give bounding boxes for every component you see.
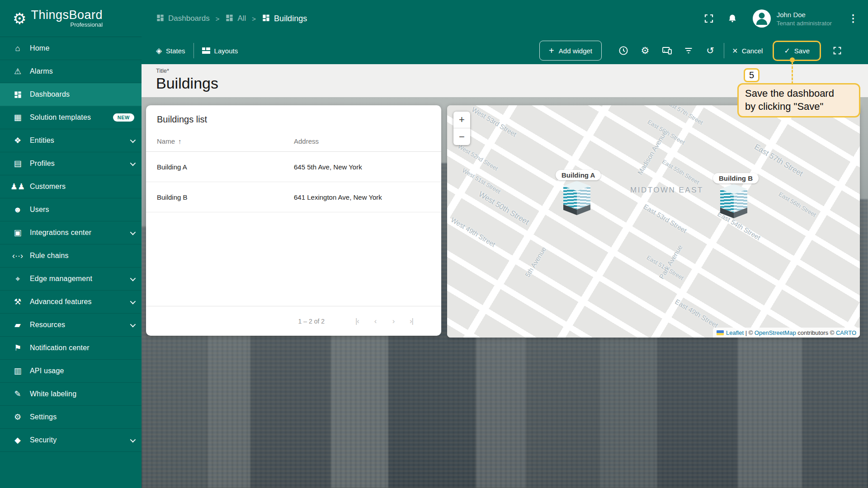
annotation-tooltip: Save the dashboard by clicking "Save"	[737, 83, 860, 117]
user-info: John Doe Tenant administrator	[777, 11, 832, 27]
toolbar-divider	[724, 43, 724, 58]
breadcrumb-item-buildings[interactable]: Buildings	[262, 14, 307, 24]
sort-ascending-icon: ↑	[178, 137, 182, 145]
edge-antenna-icon: ⌖	[12, 274, 24, 284]
sidebar-item-users[interactable]: ☻Users	[0, 198, 142, 221]
white-labeling-icon: ✎	[12, 389, 24, 399]
breadcrumb-label: Dashboards	[168, 14, 210, 23]
states-button[interactable]: ◈ States	[156, 47, 185, 55]
building-a-marker-icon[interactable]	[563, 181, 590, 215]
chevron-down-icon	[130, 275, 136, 281]
more-menu-kebab-icon[interactable]: ⋮	[848, 13, 858, 24]
sidebar-item-label: Resources	[30, 321, 65, 329]
thingsboard-app-window: { "app": { "name": "ThingsBoard", "editi…	[0, 0, 868, 488]
user-name: John Doe	[777, 11, 832, 19]
thingsboard-logo[interactable]: ⚙ ThingsBoard Professional	[0, 0, 142, 37]
cell-building-name: Building A	[157, 163, 294, 171]
sidebar-item-label: Dashboards	[30, 90, 70, 99]
sidebar-item-api-usage[interactable]: ▥API usage	[0, 360, 142, 383]
map-zoom-control: + −	[453, 112, 470, 145]
sidebar-item-label: Entities	[30, 136, 54, 145]
app-name: ThingsBoard	[31, 9, 103, 21]
thingsboard-logo-icon: ⚙	[13, 11, 26, 26]
fullscreen-icon[interactable]	[702, 12, 716, 25]
sidebar-item-advanced-features[interactable]: ⚒Advanced features	[0, 291, 142, 314]
user-role: Tenant administrator	[777, 20, 832, 27]
cell-building-address: 645 5th Ave, New York	[294, 163, 430, 171]
chevron-down-icon	[130, 229, 136, 235]
solution-templates-icon: ▦	[12, 113, 24, 122]
sidebar-item-entities[interactable]: ❖Entities	[0, 129, 142, 152]
column-header-name[interactable]: Name ↑	[157, 137, 294, 145]
table-row-building-b[interactable]: Building B641 Lexington Ave, New York	[146, 182, 441, 212]
sidebar-item-settings[interactable]: ⚙Settings	[0, 406, 142, 429]
add-widget-label: Add widget	[559, 47, 592, 55]
sidebar-item-profiles[interactable]: ▤Profiles	[0, 152, 142, 175]
entity-filter-icon[interactable]	[683, 45, 694, 56]
manage-layouts-devices-icon[interactable]	[661, 45, 673, 56]
user-avatar[interactable]	[753, 9, 771, 28]
zoom-out-button[interactable]: −	[453, 128, 470, 145]
sidebar-item-dashboards[interactable]: Dashboards	[0, 83, 142, 106]
annotation-anchor-dot	[790, 57, 795, 62]
sidebar-item-customers[interactable]: ♟♟Customers	[0, 175, 142, 198]
sidebar-item-alarms[interactable]: ⚠Alarms	[0, 60, 142, 83]
breadcrumb-item-dashboards[interactable]: Dashboards	[156, 14, 210, 24]
alarm-warning-icon: ⚠	[12, 66, 24, 76]
chevron-down-icon	[130, 436, 136, 442]
map-street-grid[interactable]	[447, 105, 860, 338]
sidebar-item-home[interactable]: ⌂Home	[0, 37, 142, 60]
openstreetmap-link[interactable]: OpenStreetMap	[755, 329, 796, 336]
cancel-label: Cancel	[742, 47, 763, 55]
time-window-clock-icon[interactable]	[618, 45, 629, 56]
table-pagination: 1 – 2 of 2 |‹‹››|	[146, 306, 441, 336]
next-page-icon[interactable]: ›	[384, 317, 402, 326]
shield-icon: ◆	[12, 435, 24, 445]
building-b-marker-label[interactable]: Building B	[713, 173, 759, 183]
building-a-marker-label[interactable]: Building A	[556, 170, 601, 180]
add-widget-button[interactable]: + Add widget	[539, 41, 602, 61]
sidebar-item-rule-chains[interactable]: ‹··›Rule chains	[0, 244, 142, 267]
breadcrumb: Dashboards>All>Buildings	[156, 14, 307, 24]
zoom-in-button[interactable]: +	[453, 112, 470, 128]
building-b-marker-icon[interactable]	[720, 184, 747, 218]
expand-fullscreen-icon[interactable]	[831, 45, 843, 56]
sidebar-item-white-labeling[interactable]: ✎White labeling	[0, 383, 142, 406]
column-header-address[interactable]: Address	[294, 137, 430, 145]
table-body: Building A645 5th Ave, New YorkBuilding …	[146, 152, 441, 212]
sidebar-item-notification-center[interactable]: ⚑Notification center	[0, 337, 142, 360]
sidebar-item-resources[interactable]: ▰Resources	[0, 314, 142, 337]
sidebar-item-security[interactable]: ◆Security	[0, 429, 142, 452]
dashboard-settings-gear-icon[interactable]: ⚙	[639, 45, 651, 56]
leaflet-link[interactable]: Leaflet	[726, 329, 744, 336]
notification-flag-icon: ⚑	[12, 343, 24, 353]
layouts-icon	[202, 47, 210, 54]
carto-link[interactable]: CARTO	[836, 329, 856, 336]
save-button[interactable]: ✓ Save	[773, 41, 821, 61]
notifications-bell-icon[interactable]	[726, 12, 739, 25]
toolbar-divider	[193, 43, 194, 58]
last-page-icon[interactable]: ›|	[402, 317, 420, 326]
sidebar-item-label: White labeling	[30, 390, 76, 398]
name-column-label: Name	[157, 137, 175, 145]
annotation-step-badge: 5	[744, 68, 760, 82]
header-right-cluster: John Doe Tenant administrator ⋮	[702, 0, 868, 37]
toolbar-right-cluster: + Add widget ⚙ ↺ × Cancel ✓ Save	[539, 37, 868, 64]
previous-page-icon[interactable]: ‹	[366, 317, 384, 326]
version-history-icon[interactable]: ↺	[704, 45, 716, 56]
breadcrumb-label: Buildings	[274, 14, 307, 23]
dashboards-icon	[12, 90, 24, 99]
sidebar: ⚙ ThingsBoard Professional ⌂Home⚠AlarmsD…	[0, 0, 142, 488]
chevron-down-icon	[130, 137, 136, 143]
sidebar-item-solution-templates[interactable]: ▦Solution templatesNEW	[0, 106, 142, 129]
plus-icon: +	[549, 46, 554, 56]
breadcrumb-item-all[interactable]: All	[225, 14, 246, 24]
sidebar-item-edge-management[interactable]: ⌖Edge management	[0, 267, 142, 291]
first-page-icon[interactable]: |‹	[348, 317, 366, 326]
layouts-button[interactable]: Layouts	[202, 47, 238, 55]
dashboard-icon	[156, 14, 165, 24]
cancel-button[interactable]: × Cancel	[732, 46, 763, 56]
table-row-building-a[interactable]: Building A645 5th Ave, New York	[146, 152, 441, 182]
widget-title: Buildings list	[146, 105, 441, 131]
sidebar-item-integrations-center[interactable]: ▣Integrations center	[0, 221, 142, 244]
